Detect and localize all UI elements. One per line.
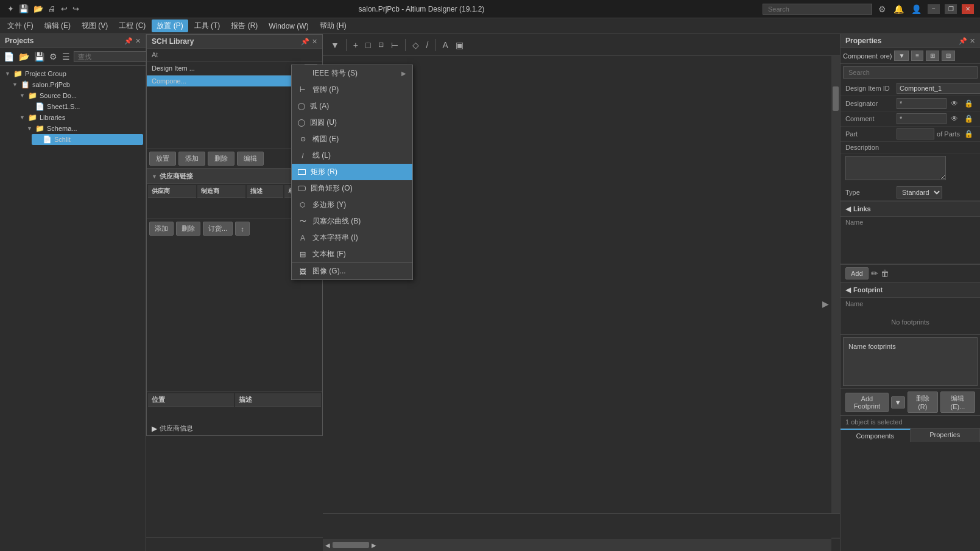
menu-reports[interactable]: 报告 (R) bbox=[226, 19, 263, 32]
description-textarea[interactable] bbox=[845, 156, 946, 180]
filter-button[interactable]: ▼ bbox=[894, 51, 909, 61]
line-draw-btn[interactable]: / bbox=[423, 38, 432, 52]
edit-link-icon[interactable]: ✏ bbox=[871, 267, 878, 279]
tree-item-project-group[interactable]: ▼ 📁 Project Group bbox=[2, 68, 143, 79]
account-icon[interactable]: 👤 bbox=[910, 3, 923, 15]
ctx-bezier[interactable]: 〜 贝塞尔曲线 (B) bbox=[292, 213, 412, 230]
panel-pin-btn[interactable]: 📌 bbox=[124, 37, 133, 45]
menu-place[interactable]: 放置 (P) bbox=[152, 19, 188, 32]
supplier-add-btn[interactable]: 添加 bbox=[149, 222, 174, 236]
supplier-delete-btn[interactable]: 删除 bbox=[176, 222, 200, 236]
new-project-btn[interactable]: 📄 bbox=[2, 51, 15, 63]
menu-project[interactable]: 工程 (C) bbox=[114, 19, 150, 32]
open-btn[interactable]: 📂 bbox=[32, 3, 44, 15]
props-close-btn[interactable]: ✕ bbox=[970, 37, 975, 45]
ctx-polygon[interactable]: ⬡ 多边形 (Y) bbox=[292, 197, 412, 213]
ctx-rectangle[interactable]: 矩形 (R) bbox=[292, 164, 412, 180]
designator-input[interactable] bbox=[897, 98, 947, 109]
edit-footprint-btn[interactable]: 编辑 (E)... bbox=[940, 391, 975, 413]
save-project-btn[interactable]: 💾 bbox=[33, 51, 46, 63]
copy-btn[interactable]: ⊞ bbox=[926, 51, 939, 61]
tree-item-salon[interactable]: ▼ 📋 salon.PrjPcb bbox=[10, 79, 143, 90]
ctx-ieee-symbol[interactable]: IEEE 符号 (S) ▶ bbox=[292, 65, 412, 82]
ctx-text-string[interactable]: A 文本字符串 (I) bbox=[292, 230, 412, 246]
ctx-ellipse[interactable]: ⊙ 椭圆 (E) bbox=[292, 131, 412, 147]
comment-lock-icon[interactable]: 🔒 bbox=[962, 114, 975, 124]
scrollbar-bottom[interactable]: ◀ ▶ bbox=[323, 539, 831, 551]
global-search-input[interactable] bbox=[763, 4, 872, 15]
menu-file[interactable]: 文件 (F) bbox=[2, 19, 38, 32]
delete-link-icon[interactable]: 🗑 bbox=[881, 267, 889, 279]
menu-tools[interactable]: 工具 (T) bbox=[189, 19, 225, 32]
undo-btn[interactable]: ↩ bbox=[60, 3, 69, 15]
ctx-circle[interactable]: 圆圆 (U) bbox=[292, 114, 412, 131]
scroll-left-btn[interactable]: ◀ bbox=[325, 542, 330, 549]
sch-close-btn[interactable]: ✕ bbox=[312, 38, 317, 46]
restore-button[interactable]: ❐ bbox=[945, 4, 957, 14]
scrollbar-right[interactable] bbox=[831, 56, 840, 539]
select-btn[interactable]: ⊡ bbox=[375, 39, 387, 51]
scroll-thumb-horizontal[interactable] bbox=[333, 542, 369, 548]
edit-button[interactable]: 编辑 bbox=[237, 152, 264, 166]
menu-window[interactable]: Window (W) bbox=[264, 21, 313, 32]
ctx-pin[interactable]: ⊢ 管脚 (P) bbox=[292, 82, 412, 98]
menu-help[interactable]: 帮助 (H) bbox=[315, 19, 351, 32]
delete-button[interactable]: 删除 bbox=[208, 152, 234, 166]
add-link-btn[interactable]: Add bbox=[845, 267, 869, 279]
select-rect-btn[interactable]: □ bbox=[362, 38, 373, 52]
plus-btn[interactable]: + bbox=[350, 38, 361, 52]
designator-lock-icon[interactable]: 🔒 bbox=[962, 99, 975, 108]
tab-components[interactable]: Components bbox=[841, 429, 911, 442]
filter-btn[interactable]: ▼ bbox=[328, 38, 342, 52]
diamond-btn[interactable]: ◇ bbox=[409, 38, 422, 52]
type-select[interactable]: Standard bbox=[897, 186, 942, 198]
open-project-btn[interactable]: 📂 bbox=[18, 51, 30, 63]
properties-search-input[interactable] bbox=[843, 66, 978, 79]
save-btn[interactable]: 💾 bbox=[18, 3, 30, 15]
ctx-text-frame[interactable]: ▤ 文本框 (F) bbox=[292, 246, 412, 262]
supplier-updown-btn[interactable]: ↕ bbox=[235, 222, 250, 236]
ctx-arc[interactable]: 弧 (A) bbox=[292, 98, 412, 114]
notifications-icon[interactable]: 🔔 bbox=[892, 3, 905, 15]
wire-btn[interactable]: ⊢ bbox=[388, 38, 401, 52]
add-button[interactable]: 添加 bbox=[178, 152, 205, 166]
close-button[interactable]: ✕ bbox=[962, 4, 974, 14]
design-item-id-input[interactable] bbox=[897, 83, 980, 94]
settings-icon[interactable]: ⚙ bbox=[877, 3, 887, 15]
place-button[interactable]: 放置 bbox=[149, 152, 176, 166]
redo-btn[interactable]: ↪ bbox=[71, 3, 80, 15]
ctx-image[interactable]: 🖼 图像 (G)... bbox=[292, 262, 412, 279]
tree-item-sheet1[interactable]: ▶ 📄 Sheet1.S... bbox=[24, 101, 143, 112]
menu-edit[interactable]: 编辑 (E) bbox=[40, 19, 76, 32]
tree-item-schlit[interactable]: ▶ 📄 Schlit bbox=[32, 134, 143, 145]
tree-item-libraries[interactable]: ▼ 📁 Libraries bbox=[17, 112, 143, 123]
part-lock-icon[interactable]: 🔒 bbox=[962, 129, 975, 139]
supplier-order-btn[interactable]: 订货... bbox=[203, 222, 233, 236]
part-input[interactable] bbox=[897, 128, 934, 139]
text-btn[interactable]: A bbox=[439, 38, 451, 52]
paste-btn[interactable]: ⊟ bbox=[942, 51, 955, 61]
grid-btn[interactable]: ▣ bbox=[453, 38, 467, 52]
ctx-rounded-rect[interactable]: 圆角矩形 (O) bbox=[292, 180, 412, 197]
add-footprint-btn[interactable]: Add Footprint bbox=[845, 393, 889, 412]
tree-item-schema[interactable]: ▼ 📁 Schema... bbox=[24, 123, 143, 134]
menu-view[interactable]: 视图 (V) bbox=[77, 19, 113, 32]
ctx-line[interactable]: / 线 (L) bbox=[292, 147, 412, 164]
designator-eye-icon[interactable]: 👁 bbox=[949, 99, 960, 108]
new-btn[interactable]: ✦ bbox=[6, 3, 15, 15]
add-footprint-arrow-btn[interactable]: ▼ bbox=[891, 396, 905, 409]
tab-properties[interactable]: Properties bbox=[911, 429, 981, 442]
minimize-button[interactable]: − bbox=[928, 4, 940, 14]
tree-item-source[interactable]: ▼ 📁 Source Do... bbox=[17, 90, 143, 101]
comment-eye-icon[interactable]: 👁 bbox=[949, 114, 960, 124]
scroll-right-btn[interactable]: ▶ bbox=[372, 542, 376, 549]
project-menu-btn[interactable]: ☰ bbox=[61, 51, 71, 63]
filter-icon-btn[interactable]: ≡ bbox=[911, 51, 923, 61]
comment-input[interactable] bbox=[897, 113, 947, 124]
sch-pin-btn[interactable]: 📌 bbox=[301, 38, 309, 46]
project-settings-btn[interactable]: ⚙ bbox=[48, 51, 58, 63]
delete-footprint-btn[interactable]: 删除 (R) bbox=[908, 391, 938, 413]
props-pin-btn[interactable]: 📌 bbox=[959, 37, 967, 45]
scroll-thumb-vertical[interactable] bbox=[833, 86, 839, 111]
print-btn[interactable]: 🖨 bbox=[47, 3, 57, 15]
